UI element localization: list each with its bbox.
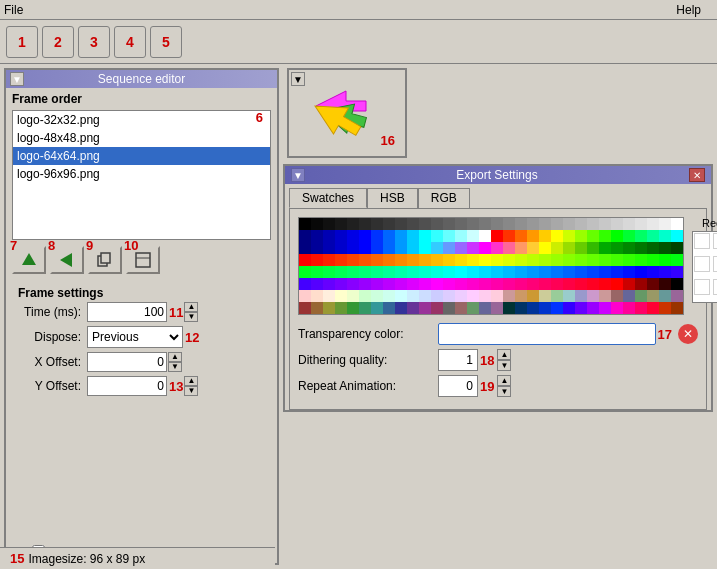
- color-cell[interactable]: [431, 266, 443, 278]
- x-offset-input[interactable]: [87, 352, 167, 372]
- dithering-up[interactable]: ▲: [497, 349, 511, 360]
- color-cell[interactable]: [635, 230, 647, 242]
- color-cell[interactable]: [311, 230, 323, 242]
- color-cell[interactable]: [551, 278, 563, 290]
- color-cell[interactable]: [647, 218, 659, 230]
- color-cell[interactable]: [563, 254, 575, 266]
- color-cell[interactable]: [599, 302, 611, 314]
- color-cell[interactable]: [371, 302, 383, 314]
- color-cell[interactable]: [443, 266, 455, 278]
- color-cell[interactable]: [467, 278, 479, 290]
- y-offset-up[interactable]: ▲: [184, 376, 198, 386]
- color-cell[interactable]: [671, 290, 683, 302]
- color-cell[interactable]: [431, 278, 443, 290]
- color-cell[interactable]: [359, 278, 371, 290]
- color-cell[interactable]: [671, 302, 683, 314]
- color-cell[interactable]: [503, 218, 515, 230]
- color-cell[interactable]: [299, 254, 311, 266]
- color-cell[interactable]: [419, 218, 431, 230]
- color-cell[interactable]: [407, 254, 419, 266]
- color-cell[interactable]: [443, 242, 455, 254]
- color-cell[interactable]: [599, 242, 611, 254]
- color-cell[interactable]: [443, 218, 455, 230]
- color-cell[interactable]: [455, 302, 467, 314]
- color-cell[interactable]: [347, 242, 359, 254]
- color-cell[interactable]: [611, 290, 623, 302]
- color-cell[interactable]: [479, 266, 491, 278]
- frame-item-0[interactable]: logo-32x32.png: [13, 111, 270, 129]
- export-collapse-btn[interactable]: ▼: [291, 168, 305, 182]
- color-cell[interactable]: [383, 242, 395, 254]
- color-cell[interactable]: [335, 266, 347, 278]
- color-cell[interactable]: [479, 278, 491, 290]
- color-cell[interactable]: [407, 290, 419, 302]
- recent-cell-4[interactable]: [713, 256, 717, 272]
- color-cell[interactable]: [455, 290, 467, 302]
- color-cell[interactable]: [539, 290, 551, 302]
- color-cell[interactable]: [599, 266, 611, 278]
- color-cell[interactable]: [359, 242, 371, 254]
- color-cell[interactable]: [587, 218, 599, 230]
- color-cell[interactable]: [527, 278, 539, 290]
- color-cell[interactable]: [527, 290, 539, 302]
- color-cell[interactable]: [527, 230, 539, 242]
- color-cell[interactable]: [323, 230, 335, 242]
- color-cell[interactable]: [455, 242, 467, 254]
- color-cell[interactable]: [347, 218, 359, 230]
- color-cell[interactable]: [407, 218, 419, 230]
- repeat-down[interactable]: ▼: [497, 386, 511, 397]
- color-cell[interactable]: [431, 230, 443, 242]
- color-cell[interactable]: [599, 218, 611, 230]
- color-cell[interactable]: [587, 266, 599, 278]
- color-cell[interactable]: [371, 278, 383, 290]
- transparency-clear-btn[interactable]: ✕: [678, 324, 698, 344]
- color-cell[interactable]: [479, 230, 491, 242]
- color-cell[interactable]: [323, 254, 335, 266]
- color-cell[interactable]: [431, 302, 443, 314]
- dithering-input[interactable]: [438, 349, 478, 371]
- tab-swatches[interactable]: Swatches: [289, 188, 367, 208]
- color-cell[interactable]: [515, 230, 527, 242]
- color-cell[interactable]: [455, 266, 467, 278]
- color-cell[interactable]: [539, 278, 551, 290]
- color-cell[interactable]: [491, 278, 503, 290]
- color-cell[interactable]: [347, 266, 359, 278]
- color-cell[interactable]: [371, 254, 383, 266]
- color-cell[interactable]: [335, 242, 347, 254]
- dithering-spinner-btns[interactable]: ▲ ▼: [497, 349, 511, 371]
- color-cell[interactable]: [563, 242, 575, 254]
- color-cell[interactable]: [323, 218, 335, 230]
- color-cell[interactable]: [539, 266, 551, 278]
- color-cell[interactable]: [467, 290, 479, 302]
- frame-item-2[interactable]: logo-64x64.png: [13, 147, 270, 165]
- menu-file[interactable]: File: [4, 3, 23, 17]
- color-cell[interactable]: [515, 254, 527, 266]
- color-cell[interactable]: [335, 230, 347, 242]
- color-cell[interactable]: [539, 218, 551, 230]
- color-cell[interactable]: [467, 218, 479, 230]
- color-cell[interactable]: [479, 290, 491, 302]
- color-cell[interactable]: [515, 302, 527, 314]
- color-cell[interactable]: [335, 218, 347, 230]
- color-cell[interactable]: [671, 278, 683, 290]
- color-cell[interactable]: [479, 254, 491, 266]
- color-cell[interactable]: [635, 254, 647, 266]
- color-cell[interactable]: [503, 290, 515, 302]
- color-cell[interactable]: [647, 302, 659, 314]
- color-cell[interactable]: [383, 302, 395, 314]
- color-cell[interactable]: [575, 290, 587, 302]
- color-cell[interactable]: [587, 242, 599, 254]
- color-cell[interactable]: [299, 290, 311, 302]
- color-cell[interactable]: [503, 254, 515, 266]
- color-cell[interactable]: [575, 230, 587, 242]
- color-cell[interactable]: [623, 218, 635, 230]
- color-cell[interactable]: [323, 302, 335, 314]
- toolbar-btn-2[interactable]: 2: [42, 26, 74, 58]
- color-cell[interactable]: [671, 242, 683, 254]
- color-cell[interactable]: [479, 218, 491, 230]
- color-cell[interactable]: [515, 218, 527, 230]
- color-cell[interactable]: [671, 266, 683, 278]
- recent-cell-3[interactable]: [694, 256, 710, 272]
- color-cell[interactable]: [659, 266, 671, 278]
- color-cell[interactable]: [323, 290, 335, 302]
